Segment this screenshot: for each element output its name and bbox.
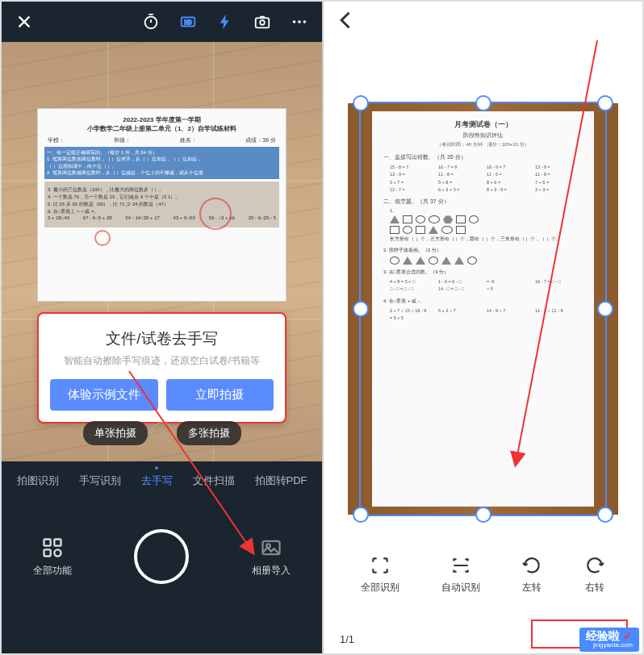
svg-point-7 [303,20,307,23]
auto-recognize-button[interactable]: 自动识别 [441,555,480,595]
popup-subtitle: 智能自动擦除手写痕迹，还原空白试卷/书籍等 [50,354,274,368]
single-shot-chip[interactable]: 单张拍摄 [83,421,148,445]
svg-rect-10 [44,549,50,556]
camera-bottom-bar: 全部功能 相册导入 [2,500,322,613]
document-preview: 2022-2023 学年度第一学期 小学数学二年级上册第二单元（1、2）自学试练… [37,108,286,302]
tab-image-ocr[interactable]: 拍图识别 [17,474,59,488]
feature-popup: 文件/试卷去手写 智能自动擦除手写痕迹，还原空白试卷/书籍等 体验示例文件 立即… [37,312,286,423]
camera-app-panel: HD 2022-2023 学年度第一学期 小学数学二年级上册第二单元（1、2）自… [2,2,322,653]
full-recognize-button[interactable]: 全部识别 [361,555,399,595]
crop-topbar [324,2,642,39]
album-import-button[interactable]: 相册导入 [252,536,291,578]
svg-rect-9 [54,539,61,545]
multi-shot-chip[interactable]: 多张拍摄 [177,421,241,445]
camera-flip-icon[interactable] [251,10,274,33]
shutter-button[interactable] [134,529,189,584]
svg-point-5 [293,20,296,23]
crop-handle-bl[interactable] [353,507,369,523]
close-icon[interactable] [13,10,36,33]
crop-handle-mr[interactable] [597,301,613,317]
timer-icon[interactable] [140,10,162,33]
tab-handwriting-ocr[interactable]: 手写识别 [79,474,121,488]
tab-file-scan[interactable]: 文件扫描 [193,474,235,488]
tab-remove-handwriting[interactable]: 去手写 [141,474,173,488]
svg-point-6 [298,20,301,23]
crop-handle-ml[interactable] [353,301,369,317]
rotate-right-button[interactable]: 右转 [584,555,605,595]
crop-frame[interactable] [359,102,607,516]
svg-point-4 [260,20,265,25]
flash-icon[interactable] [214,10,236,33]
popup-title: 文件/试卷去手写 [50,328,274,349]
hd-icon[interactable]: HD [177,10,199,33]
svg-point-11 [54,549,61,556]
doc-title: 小学数学二年级上册第二单元（1、2）自学试练材料 [48,124,276,133]
more-icon[interactable] [288,10,311,33]
camera-topbar: HD [2,2,322,42]
svg-text:HD: HD [184,19,192,25]
shot-mode-chips: 单张拍摄 多张拍摄 [83,421,241,445]
svg-rect-8 [44,539,50,545]
crop-handle-tl[interactable] [353,95,369,111]
doc-year: 2022-2023 学年度第一学期 [48,115,276,124]
page-indicator: 1/1 [340,633,354,645]
all-features-button[interactable]: 全部功能 [33,536,72,578]
mode-tabs: 拍图识别 手写识别 去手写 文件扫描 拍图转PDF [2,461,322,500]
crop-handle-tr[interactable] [597,95,613,111]
sample-file-button[interactable]: 体验示例文件 [50,379,158,411]
chip-close-icon[interactable] [151,422,174,444]
crop-app-panel: 月考测试卷（一） 阶段性知识评估 （考试时间：40 分钟 满分：100+10 分… [322,2,642,653]
crop-handle-br[interactable] [597,507,613,523]
grid-icon [41,536,64,559]
svg-point-0 [145,17,157,29]
rotate-left-button[interactable]: 左转 [521,555,542,595]
crop-handle-bm[interactable] [475,507,491,523]
svg-rect-3 [256,18,270,27]
image-icon [260,536,282,559]
crop-actions: 全部识别 自动识别 左转 右转 [324,547,642,603]
shoot-now-button[interactable]: 立即拍摄 [166,379,274,411]
back-icon[interactable] [335,9,358,31]
crop-handle-tm[interactable] [475,95,491,111]
watermark: 经验啦 ✓ jingyanla.com [579,628,639,652]
tab-to-pdf[interactable]: 拍图转PDF [255,474,307,488]
crop-area: 月考测试卷（一） 阶段性知识评估 （考试时间：40 分钟 满分：100+10 分… [340,87,626,531]
camera-viewport: 2022-2023 学年度第一学期 小学数学二年级上册第二单元（1、2）自学试练… [2,42,322,461]
